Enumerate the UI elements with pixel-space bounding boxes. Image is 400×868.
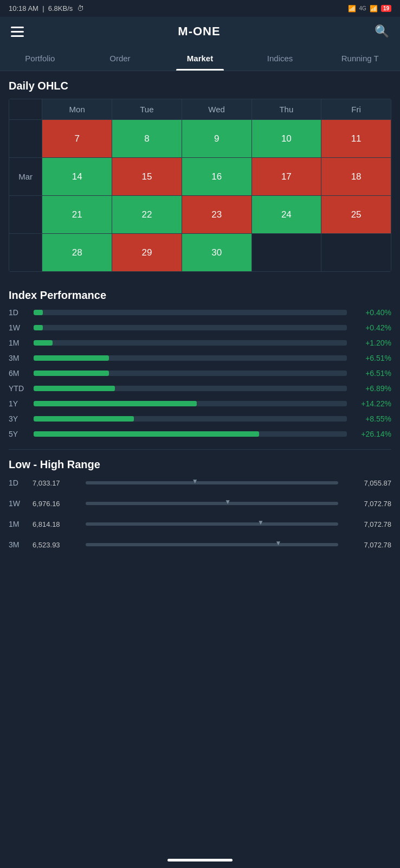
calendar-cell: 8 <box>112 120 182 158</box>
range-period-label: 1D <box>9 478 28 487</box>
range-arrow-icon: ▼ <box>257 519 264 526</box>
calendar-header-fri: Fri <box>321 99 391 120</box>
tab-order[interactable]: Order <box>80 46 160 71</box>
perf-value: +14.22% <box>352 399 391 408</box>
range-low-value: 6,814.18 <box>33 520 81 528</box>
low-high-title: Low - High Range <box>9 458 391 471</box>
index-performance-section: Index Performance 1D+0.40%1W+0.42%1M+1.2… <box>0 280 400 449</box>
perf-row: 1Y+14.22% <box>9 399 391 408</box>
range-period-label: 1W <box>9 499 28 508</box>
calendar-cell: 28 <box>42 234 112 272</box>
range-low-value: 6,976.16 <box>33 500 81 508</box>
perf-bar-container <box>34 340 347 346</box>
calendar-header-tue: Tue <box>112 99 182 120</box>
perf-value: +0.42% <box>352 323 391 332</box>
calendar-cell <box>321 234 391 272</box>
perf-row: 1M+1.20% <box>9 339 391 347</box>
bottom-spacer <box>0 564 400 608</box>
nav-tabs: Portfolio Order Market Indices Running T <box>0 46 400 71</box>
hamburger-line1 <box>11 27 24 28</box>
signal-icon: 📶 <box>348 5 356 12</box>
calendar-header-blank <box>9 99 42 120</box>
perf-bar-container <box>34 310 347 315</box>
perf-bar-container <box>34 355 347 361</box>
calendar-container: Mon Tue Wed Thu Fri 7891011Mar1415161718… <box>9 99 391 272</box>
signal2-icon: 📶 <box>370 5 378 12</box>
perf-bar <box>34 340 53 346</box>
perf-bar <box>34 416 134 422</box>
calendar-cell: 16 <box>182 158 251 196</box>
perf-period-label: 1M <box>9 339 28 347</box>
range-bar-bg <box>86 543 338 546</box>
tab-running[interactable]: Running T <box>320 46 400 71</box>
status-time-data: 10:18 AM | 6.8KB/s ⏱ <box>9 4 84 12</box>
perf-bar <box>34 355 109 361</box>
perf-row: 3Y+8.55% <box>9 414 391 423</box>
perf-value: +6.51% <box>352 354 391 362</box>
perf-row: 5Y+26.14% <box>9 430 391 438</box>
perf-value: +6.89% <box>352 384 391 393</box>
calendar-table: Mon Tue Wed Thu Fri 7891011Mar1415161718… <box>9 99 391 272</box>
perf-period-label: 5Y <box>9 430 28 438</box>
tab-indices[interactable]: Indices <box>240 46 320 71</box>
hamburger-menu[interactable] <box>11 27 24 37</box>
range-arrow-icon: ▼ <box>275 539 282 547</box>
calendar-cell: 22 <box>112 196 182 234</box>
perf-value: +8.55% <box>352 414 391 423</box>
perf-bar-container <box>34 416 347 422</box>
calendar-month-label <box>9 234 42 272</box>
range-high-value: 7,072.78 <box>343 500 391 508</box>
status-bar: 10:18 AM | 6.8KB/s ⏱ 📶 4G 📶 19 <box>0 0 400 17</box>
range-period-label: 3M <box>9 540 28 549</box>
range-row: 3M6,523.93▼7,072.78 <box>9 539 391 550</box>
range-bar-wrap: ▼ <box>86 539 338 550</box>
calendar-header-thu: Thu <box>251 99 321 120</box>
hamburger-line3 <box>11 35 24 37</box>
calendar-cell: 29 <box>112 234 182 272</box>
calendar-cell: 21 <box>42 196 112 234</box>
perf-period-label: 6M <box>9 369 28 378</box>
calendar-cell <box>251 234 321 272</box>
perf-bar <box>34 401 197 406</box>
tab-market[interactable]: Market <box>160 46 240 71</box>
calendar-month-label: Mar <box>9 158 42 196</box>
range-row: 1M6,814.18▼7,072.78 <box>9 519 391 529</box>
tab-portfolio[interactable]: Portfolio <box>0 46 80 71</box>
calendar-month-label <box>9 120 42 158</box>
perf-row: 3M+6.51% <box>9 354 391 362</box>
range-row: 1W6,976.16▼7,072.78 <box>9 498 391 509</box>
perf-period-label: 3Y <box>9 414 28 423</box>
calendar-cell: 30 <box>182 234 251 272</box>
range-bar-bg <box>86 481 338 484</box>
perf-row: 1D+0.40% <box>9 308 391 317</box>
calendar-cell: 25 <box>321 196 391 234</box>
range-low-value: 7,033.17 <box>33 479 81 487</box>
range-arrow-icon: ▼ <box>192 477 198 485</box>
index-performance-title: Index Performance <box>9 289 391 302</box>
calendar-header-wed: Wed <box>182 99 251 120</box>
range-high-value: 7,072.78 <box>343 541 391 549</box>
perf-row: YTD+6.89% <box>9 384 391 393</box>
search-icon[interactable]: 🔍 <box>375 24 389 39</box>
calendar-cell: 23 <box>182 196 251 234</box>
range-high-value: 7,055.87 <box>343 479 391 487</box>
performance-rows: 1D+0.40%1W+0.42%1M+1.20%3M+6.51%6M+6.51%… <box>9 308 391 438</box>
app-title: M-ONE <box>178 24 220 39</box>
perf-row: 1W+0.42% <box>9 323 391 332</box>
calendar-cell: 11 <box>321 120 391 158</box>
perf-value: +1.20% <box>352 339 391 347</box>
range-row: 1D7,033.17▼7,055.87 <box>9 477 391 488</box>
signal-4g-icon: 4G <box>359 5 366 11</box>
calendar-title: Daily OHLC <box>9 80 391 92</box>
calendar-cell: 17 <box>251 158 321 196</box>
perf-bar-container <box>34 325 347 330</box>
perf-value: +6.51% <box>352 369 391 378</box>
perf-bar <box>34 310 43 315</box>
range-rows: 1D7,033.17▼7,055.871W6,976.16▼7,072.781M… <box>9 477 391 550</box>
range-bar-bg <box>86 522 338 526</box>
perf-period-label: 1Y <box>9 399 28 408</box>
perf-row: 6M+6.51% <box>9 369 391 378</box>
range-period-label: 1M <box>9 520 28 528</box>
range-high-value: 7,072.78 <box>343 520 391 528</box>
calendar-cell: 24 <box>251 196 321 234</box>
